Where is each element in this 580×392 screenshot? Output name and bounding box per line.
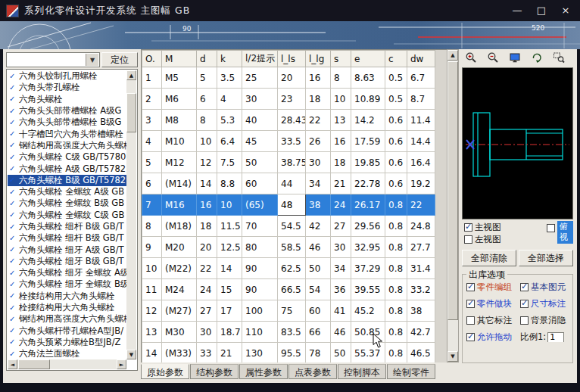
option-checkbox[interactable]: 背景消隐	[520, 316, 571, 325]
table-cell[interactable]: 75	[278, 300, 306, 322]
list-hscroll-thumb[interactable]	[18, 359, 50, 369]
table-cell[interactable]: 45	[242, 131, 278, 152]
zoom-out-icon[interactable]	[484, 50, 502, 65]
table-cell[interactable]: 46	[306, 237, 331, 258]
checkbox-icon[interactable]	[466, 316, 475, 325]
table-cell[interactable]: 10	[217, 194, 242, 216]
table-cell[interactable]: (M18)	[162, 216, 197, 237]
scroll-down-icon[interactable]: ▼	[126, 350, 136, 359]
table-cell[interactable]: M24	[162, 279, 197, 300]
table-cell[interactable]: (65)	[242, 194, 278, 216]
table-row[interactable]: 13M303018.711083.5664650.850.842.7	[142, 322, 447, 343]
scroll-up-icon[interactable]: ▲	[126, 70, 136, 80]
table-cell[interactable]: 14	[197, 173, 217, 194]
column-header[interactable]: c	[385, 51, 407, 67]
part-list-item[interactable]: ✓ 六角头头部带槽螺栓 A级G	[8, 105, 126, 117]
checkbox-icon[interactable]	[464, 223, 472, 232]
scale-input[interactable]	[547, 332, 564, 342]
table-cell[interactable]: 4	[142, 131, 162, 152]
table-cell[interactable]: 11.5	[217, 216, 242, 237]
table-cell[interactable]: 5.3	[217, 110, 242, 131]
part-list-item[interactable]: ✓ 六角头螺栓 全螺纹 A级 GB	[8, 186, 126, 198]
table-cell[interactable]: 8	[142, 216, 162, 237]
option-checkbox[interactable]: 允许拖动	[466, 332, 520, 342]
table-cell[interactable]: 14	[142, 343, 162, 363]
tab-1[interactable]: 原始参数	[141, 364, 189, 379]
table-cell[interactable]: 12	[142, 300, 162, 322]
table-row[interactable]: 8(M18)1811.57054.5422729.560.824.8	[142, 216, 447, 237]
table-row[interactable]: 14(M33)332113095.5785055.370.846.5	[142, 343, 447, 363]
table-cell[interactable]: 8.63	[351, 67, 385, 89]
table-row[interactable]: 2M6643023181010.890.58.7	[142, 89, 447, 110]
table-cell[interactable]: 26.17	[351, 194, 385, 216]
table-cell[interactable]: 14	[217, 258, 242, 279]
tab-4[interactable]: 点表参数	[288, 364, 337, 379]
part-list-item[interactable]: ✓ 六角头螺栓 C级 GB/T5780	[8, 151, 126, 163]
top-view-checkbox[interactable]	[547, 224, 555, 232]
checkbox-icon[interactable]	[520, 300, 529, 308]
table-cell[interactable]: 18.7	[217, 322, 242, 343]
table-cell[interactable]: 6	[142, 173, 162, 194]
table-row[interactable]: 6(M14)148.86044342122.780.619.2	[142, 173, 447, 194]
table-cell[interactable]: 60	[242, 173, 278, 194]
table-cell[interactable]: 28.43	[278, 110, 306, 131]
table-cell[interactable]: 58.5	[278, 237, 306, 258]
option-checkbox[interactable]: 零件做块	[466, 299, 520, 309]
table-cell[interactable]: 0.5	[385, 89, 407, 110]
table-cell[interactable]: 33.5	[278, 131, 306, 152]
table-cell[interactable]: 5	[142, 152, 162, 173]
table-cell[interactable]: 0.6	[385, 131, 407, 152]
table-cell[interactable]: 16	[197, 194, 217, 216]
table-cell[interactable]: 0.6	[385, 110, 407, 131]
part-list-item[interactable]: ✓ 六角头螺栓	[8, 94, 126, 105]
table-cell[interactable]: M10	[162, 131, 197, 152]
table-cell[interactable]: 23	[278, 89, 306, 110]
orbit-icon[interactable]	[528, 50, 546, 65]
table-cell[interactable]: 38	[407, 300, 435, 322]
locate-button[interactable]: 定位	[101, 52, 138, 67]
table-cell[interactable]: 7	[142, 194, 162, 216]
table-cell[interactable]: (M27)	[162, 300, 197, 322]
part-list-item[interactable]: ✓ 六角头螺栓 全螺纹 C级 GB	[8, 210, 126, 221]
option-checkbox[interactable]: 尺寸标注	[520, 299, 571, 309]
table-cell[interactable]: 36	[331, 279, 351, 300]
list-vertical-scrollbar[interactable]: ▲ ▼	[126, 70, 136, 359]
table-cell[interactable]: 24	[331, 194, 351, 216]
part-filter-combobox[interactable]: ▼	[6, 52, 100, 67]
part-list-item[interactable]: ✓ 栓接结构用大六角头螺栓	[8, 291, 126, 302]
table-cell[interactable]: M8	[162, 110, 197, 131]
checkbox-icon[interactable]	[520, 283, 529, 291]
table-cell[interactable]: M6	[162, 89, 197, 110]
part-list-item[interactable]: ✓ 六角头螺栓 A级 GB/T5782	[8, 163, 126, 174]
scroll-down-icon[interactable]: ▼	[447, 351, 458, 362]
table-cell[interactable]: 12	[197, 152, 217, 173]
checkbox-icon[interactable]	[466, 333, 475, 341]
column-header[interactable]: l_lg	[306, 51, 331, 67]
part-list-item[interactable]: ✓ 六角头螺栓 细牙 B级 GB/T	[8, 256, 126, 267]
table-cell[interactable]: 17.59	[351, 131, 385, 152]
tab-3[interactable]: 属性参数	[239, 364, 288, 379]
table-cell[interactable]: 33.2	[407, 279, 435, 300]
table-cell[interactable]: 12.5	[217, 237, 242, 258]
table-cell[interactable]: 55.37	[351, 343, 385, 363]
table-cell[interactable]: 8.7	[407, 89, 435, 110]
table-cell[interactable]: 4	[217, 89, 242, 110]
table-cell[interactable]: 45.2	[351, 300, 385, 322]
column-header[interactable]: dw	[407, 51, 435, 67]
table-cell[interactable]: 32.95	[351, 237, 385, 258]
table-cell[interactable]: 0.8	[385, 279, 407, 300]
table-cell[interactable]: 0.6	[385, 152, 407, 173]
table-cell[interactable]: 34	[331, 258, 351, 279]
table-cell[interactable]: M16	[162, 194, 197, 216]
table-cell[interactable]: M5	[162, 67, 197, 89]
table-cell[interactable]: 50	[306, 258, 331, 279]
table-cell[interactable]: 50.85	[351, 322, 385, 343]
table-cell[interactable]: 13	[331, 110, 351, 131]
select-all-button[interactable]: 全部选择	[519, 250, 573, 266]
table-row[interactable]: 4M10106.44533.5261617.590.614.4	[142, 131, 447, 152]
column-header[interactable]: k	[217, 51, 242, 67]
table-cell[interactable]: M30	[162, 322, 197, 343]
table-cell[interactable]: (M14)	[162, 173, 197, 194]
table-cell[interactable]: 37.29	[351, 258, 385, 279]
table-cell[interactable]: 18	[197, 216, 217, 237]
